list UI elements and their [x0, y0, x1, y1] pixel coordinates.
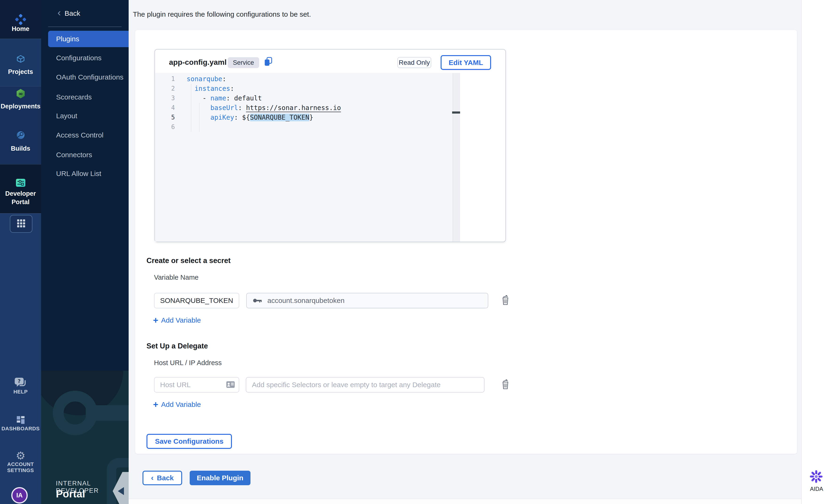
svg-text:?: ?	[18, 378, 21, 384]
apps-grid-button[interactable]	[10, 215, 32, 233]
rail-module-label: Deployments	[0, 102, 41, 111]
deployments-hexagon-icon: ∞	[0, 88, 41, 100]
copy-icon	[263, 64, 273, 67]
read-only-badge-button[interactable]: Read Only	[397, 57, 431, 68]
sidebar-item-access-control[interactable]: Access Control	[41, 127, 128, 143]
copy-yaml-button[interactable]	[263, 57, 274, 68]
plus-icon: +	[153, 401, 158, 409]
projects-cube-icon	[0, 54, 41, 66]
line-number: 5	[155, 113, 175, 122]
chevron-left-icon: ‹	[58, 8, 61, 18]
sidebar-item-oauth-configurations[interactable]: OAuth Configurations	[41, 69, 128, 85]
variable-name-label: Variable Name	[154, 274, 199, 281]
sidebar-back-label: Back	[64, 9, 80, 18]
host-url-label: Host URL / IP Address	[154, 359, 222, 367]
host-url-input[interactable]	[154, 377, 239, 392]
rail-item-label: SETTINGS	[0, 467, 41, 474]
delegate-selectors-input[interactable]	[246, 377, 485, 392]
enable-plugin-button[interactable]: Enable Plugin	[190, 471, 251, 485]
secret-section-heading: Create or select a secret	[146, 257, 231, 265]
sidebar-item-plugins[interactable]: Plugins	[48, 31, 128, 47]
sidebar-item-connectors[interactable]: Connectors	[41, 147, 128, 163]
sidebar-item-layout[interactable]: Layout	[41, 108, 128, 124]
rail-module-label: Builds	[0, 144, 41, 153]
secret-reference-selector[interactable]: account.sonarqubetoken	[246, 293, 488, 308]
code-line-4: 4 baseUrl: https://sonar.harness.io	[155, 103, 460, 113]
rail-module-label: Projects	[0, 67, 41, 76]
help-chat-icon: ?	[0, 377, 41, 390]
line-number: 6	[155, 122, 175, 132]
back-button[interactable]: ‹ Back	[142, 471, 182, 485]
editor-scroll-marker	[452, 112, 460, 114]
delete-delegate-row-button[interactable]	[501, 379, 510, 390]
builds-circle-icon	[0, 130, 41, 142]
add-variable-button-secret[interactable]: + Add Variable	[153, 316, 201, 324]
code-line-1: 1sonarqube:	[155, 74, 460, 84]
sidebar-brand-panel: INTERNAL DEVELOPER Portal	[41, 371, 128, 504]
module-rail: HomeProjects∞DeploymentsBuildsDeveloperP…	[0, 0, 41, 504]
rail-item-label: ACCOUNT	[0, 461, 41, 467]
add-variable-button-delegate[interactable]: + Add Variable	[153, 401, 201, 409]
user-avatar[interactable]: IA	[11, 487, 28, 504]
sidebar-item-scorecards[interactable]: Scorecards	[41, 89, 128, 106]
yaml-filename: app-config.yaml	[169, 58, 227, 67]
code-line-3: 3 - name: default	[155, 93, 460, 103]
trash-icon	[501, 302, 510, 306]
chevron-left-icon: ‹	[151, 473, 153, 482]
plugin-config-description: The plugin requires the following config…	[133, 10, 311, 18]
aida-label: AIDA	[802, 486, 831, 492]
code-line-5: 5 apiKey: ${SONARQUBE_TOKEN}	[155, 113, 460, 122]
sidebar-back-button[interactable]: ‹ Back	[58, 7, 80, 20]
secret-reference-value: account.sonarqubetoken	[267, 297, 345, 304]
line-number: 3	[155, 93, 175, 103]
code-line-6: 6	[155, 122, 460, 132]
save-configurations-button[interactable]: Save Configurations	[146, 434, 232, 449]
delegate-section-heading: Set Up a Delegate	[146, 342, 208, 350]
developer-portal-sidebar: ‹ Back PluginsConfigurationsOAuth Config…	[41, 0, 128, 504]
line-number: 1	[155, 74, 175, 84]
rail-module-label: Home	[0, 25, 41, 33]
line-number: 2	[155, 84, 175, 93]
service-chip: Service	[228, 57, 259, 68]
yaml-code-editor[interactable]: 1sonarqube:2 instances:3 - name: default…	[155, 73, 460, 242]
sidebar-item-url-allow-list[interactable]: URL Allow List	[41, 166, 128, 182]
rail-module-label: Portal	[0, 198, 41, 206]
variable-name-input[interactable]	[154, 293, 239, 308]
plus-icon: +	[153, 316, 158, 324]
code-line-2: 2 instances:	[155, 84, 460, 93]
aida-assistant-button[interactable]	[809, 469, 824, 484]
rail-item-label: HELP	[0, 389, 41, 395]
rail-module-label: Developer	[0, 189, 41, 198]
line-number: 4	[155, 103, 175, 113]
editor-scrollbar[interactable]	[453, 73, 460, 242]
svg-text:∞: ∞	[18, 91, 23, 97]
brand-title: Portal	[56, 488, 85, 500]
gear-icon: ⚙	[0, 450, 41, 461]
decor-pipe	[86, 405, 128, 421]
sidebar-divider	[48, 27, 122, 27]
dashboards-icon	[0, 415, 41, 426]
right-utility-column: AIDA	[801, 0, 831, 504]
trash-icon	[501, 386, 510, 390]
sidebar-item-configurations[interactable]: Configurations	[41, 50, 128, 66]
footer-strip	[128, 499, 801, 504]
main-content: The plugin requires the following config…	[128, 0, 801, 504]
key-icon	[253, 298, 263, 303]
aida-flower-icon	[809, 480, 824, 484]
grid-icon	[17, 219, 26, 229]
developer-portal-icon	[0, 177, 41, 189]
harness-home-icon	[0, 14, 41, 26]
yaml-editor-panel: app-config.yaml Service Read Only Edit Y…	[154, 49, 506, 242]
rail-item-label: DASHBOARDS	[0, 426, 41, 432]
delete-variable-button[interactable]	[501, 295, 510, 305]
edit-yaml-button[interactable]: Edit YAML	[440, 55, 491, 70]
